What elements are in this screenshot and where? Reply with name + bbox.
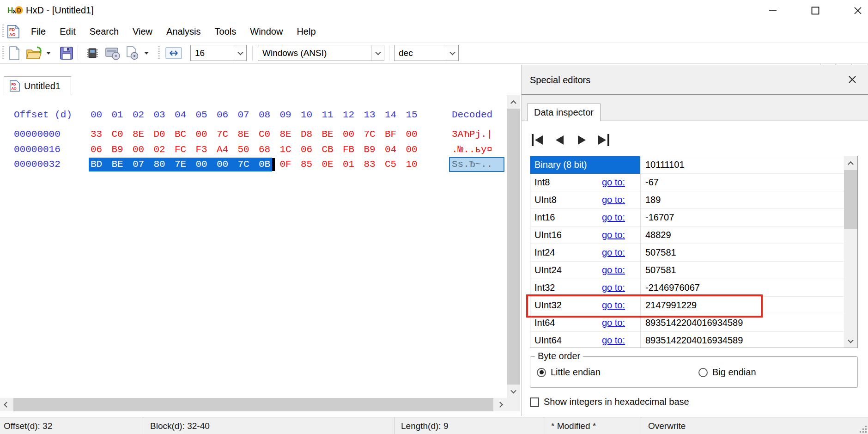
save-icon[interactable] <box>59 46 74 61</box>
hex-byte[interactable]: 80 <box>154 158 165 171</box>
toolbar-gripper-2[interactable] <box>158 46 160 60</box>
hex-byte[interactable]: C5 <box>385 158 396 171</box>
radio-big-endian[interactable]: Big endian <box>698 367 756 378</box>
inspector-value[interactable]: -67 <box>640 174 844 191</box>
hex-byte[interactable]: D8 <box>301 128 312 141</box>
hex-byte[interactable]: FB <box>343 143 354 157</box>
inspector-value[interactable]: -16707 <box>640 209 844 226</box>
hex-byte[interactable]: 02 <box>154 143 165 157</box>
inspector-value[interactable]: 189 <box>640 191 844 209</box>
hex-byte[interactable]: 68 <box>259 143 270 157</box>
open-dropdown-arrow[interactable] <box>46 52 51 55</box>
horizontal-scrollbar[interactable] <box>0 398 507 411</box>
open-disk-icon[interactable] <box>104 46 121 61</box>
hex-byte[interactable]: B9 <box>364 143 376 157</box>
hex-byte[interactable]: 00 <box>133 143 144 157</box>
export-icon[interactable] <box>125 46 140 61</box>
hex-byte[interactable]: BE <box>322 128 334 141</box>
inspector-scroll-up-button[interactable] <box>844 156 857 170</box>
export-dropdown-arrow[interactable] <box>144 52 149 55</box>
menu-item-analysis[interactable]: Analysis <box>159 24 207 40</box>
maximize-button[interactable] <box>797 0 833 21</box>
inspector-value[interactable]: 8935142204016934589 <box>640 332 844 348</box>
scroll-left-button[interactable] <box>0 398 13 411</box>
checkbox-icon[interactable] <box>530 397 539 407</box>
hex-byte[interactable]: FC <box>175 143 186 157</box>
scroll-right-button[interactable] <box>493 398 507 411</box>
offset-base-dropdown-button[interactable] <box>446 45 458 61</box>
hex-byte[interactable]: D0 <box>154 128 165 141</box>
hex-byte[interactable]: BF <box>385 128 396 141</box>
hex-byte[interactable]: 10 <box>406 158 418 171</box>
hex-byte[interactable]: 85 <box>301 158 312 171</box>
decoded-text[interactable]: .№..ьу¤ <box>452 143 492 157</box>
goto-link[interactable]: go to: <box>602 332 639 348</box>
hex-byte[interactable]: 7C <box>238 158 249 171</box>
hex-byte[interactable]: 04 <box>385 143 396 157</box>
hex-byte[interactable]: 00 <box>217 158 228 171</box>
goto-link[interactable]: go to: <box>602 191 639 209</box>
inspector-scrollbar[interactable] <box>844 156 857 348</box>
horizontal-scrollbar-thumb[interactable] <box>13 398 493 411</box>
hex-byte[interactable]: CB <box>322 143 334 157</box>
menu-item-tools[interactable]: Tools <box>208 24 243 40</box>
hex-byte[interactable]: 83 <box>364 158 376 171</box>
inspector-value[interactable]: 507581 <box>640 262 844 279</box>
bytes-per-row-select[interactable]: 16 <box>190 45 247 61</box>
hex-byte[interactable]: 8E <box>133 128 144 141</box>
hex-byte[interactable]: 33 <box>91 128 102 141</box>
goto-link[interactable]: go to: <box>602 174 639 191</box>
hex-editor[interactable]: Offset (d)000102030405060708091011121314… <box>0 95 521 411</box>
toolbar-gripper[interactable] <box>2 46 4 60</box>
decoded-text[interactable]: 3АЋРј.| <box>452 128 492 141</box>
hex-byte[interactable]: F3 <box>196 143 207 157</box>
hex-byte[interactable]: 00 <box>406 128 418 141</box>
hex-byte[interactable]: 7C <box>364 128 376 141</box>
vertical-scrollbar-thumb[interactable] <box>507 109 520 385</box>
hex-byte[interactable]: A4 <box>217 143 228 157</box>
menu-item-edit[interactable]: Edit <box>53 24 82 40</box>
hex-base-checkbox-row[interactable]: Show integers in hexadecimal base <box>530 397 689 407</box>
inspector-value[interactable]: 10111101 <box>640 156 844 174</box>
resize-grip[interactable] <box>860 426 867 433</box>
hex-byte[interactable]: BC <box>175 128 186 141</box>
hex-byte[interactable]: 00 <box>343 128 354 141</box>
new-file-icon[interactable] <box>7 46 21 61</box>
panel-close-icon[interactable] <box>849 76 856 83</box>
hex-byte[interactable]: 06 <box>301 143 312 157</box>
bytes-per-row-dropdown-button[interactable] <box>234 45 246 61</box>
hex-byte[interactable]: 07 <box>133 158 144 171</box>
inspector-scrollbar-thumb[interactable] <box>844 170 857 229</box>
goto-link[interactable]: go to: <box>602 209 639 226</box>
menu-item-help[interactable]: Help <box>290 24 322 40</box>
decoded-text[interactable]: Ѕѕ.Ђ~.. <box>452 158 492 171</box>
hex-byte[interactable]: 0F <box>280 158 291 171</box>
offset-base-select[interactable]: dec <box>394 45 459 61</box>
menu-item-search[interactable]: Search <box>83 24 126 40</box>
hex-byte[interactable]: BD <box>91 158 102 171</box>
menu-item-view[interactable]: View <box>126 24 159 40</box>
minimize-button[interactable] <box>755 0 791 21</box>
vertical-scrollbar[interactable] <box>507 95 520 398</box>
hex-byte[interactable]: 0E <box>322 158 334 171</box>
open-file-icon[interactable] <box>26 46 43 61</box>
hex-byte[interactable]: C0 <box>112 128 123 141</box>
scroll-down-button[interactable] <box>507 385 520 398</box>
previous-byte-button[interactable] <box>548 131 571 149</box>
hex-byte[interactable]: 00 <box>196 128 207 141</box>
hex-byte[interactable]: 8E <box>280 128 291 141</box>
goto-link[interactable]: go to: <box>602 226 639 244</box>
hex-byte[interactable]: 00 <box>406 143 418 157</box>
last-byte-button[interactable] <box>593 131 615 149</box>
goto-link[interactable]: go to: <box>602 262 639 279</box>
encoding-select[interactable]: Windows (ANSI) <box>258 45 384 61</box>
hex-byte[interactable]: 7C <box>217 128 228 141</box>
open-ram-icon[interactable] <box>85 46 100 61</box>
tab-untitled1[interactable]: FD AO Untitled1 <box>4 76 71 95</box>
hex-byte[interactable]: B9 <box>112 143 123 157</box>
hex-byte[interactable]: BE <box>112 158 123 171</box>
scroll-up-button[interactable] <box>507 95 520 109</box>
goto-link[interactable]: go to: <box>602 244 639 262</box>
close-button[interactable] <box>840 0 868 21</box>
inspector-scroll-down-button[interactable] <box>844 334 857 348</box>
